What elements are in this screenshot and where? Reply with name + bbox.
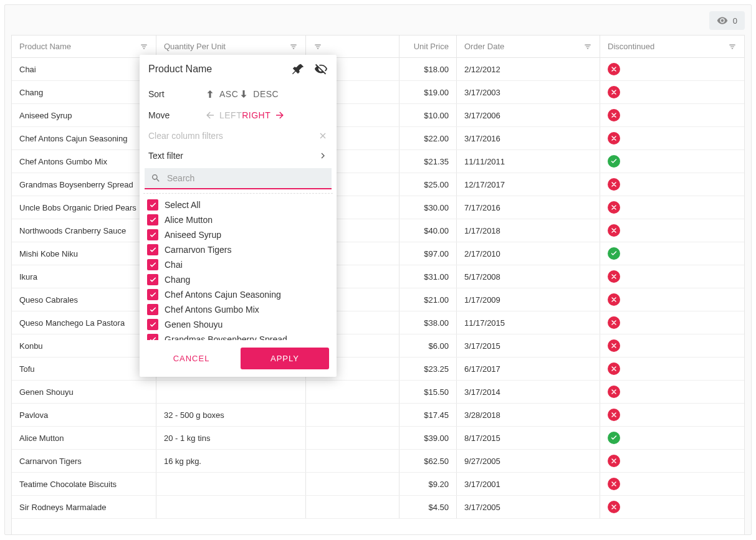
table-row[interactable]: Pavlova32 - 500 g boxes$17.453/28/2018 bbox=[12, 404, 744, 427]
check-label: Genen Shouyu bbox=[165, 320, 222, 329]
cell-date: 7/17/2016 bbox=[457, 196, 600, 219]
filter-icon[interactable] bbox=[728, 42, 737, 51]
hide-icon[interactable] bbox=[314, 62, 328, 76]
filter-check-item[interactable]: Grandmas Boysenberry Spread bbox=[143, 332, 333, 340]
table-row[interactable]: Tofu$23.256/17/2017 bbox=[12, 358, 744, 381]
popup-footer: CANCEL APPLY bbox=[140, 340, 337, 377]
table-row[interactable]: Sir Rodneys Marmalade$4.503/17/2005 bbox=[12, 496, 744, 519]
table-row[interactable]: Chef Antons Gumbo Mix$21.3511/11/2011 bbox=[12, 150, 744, 173]
apply-button[interactable]: APPLY bbox=[241, 348, 329, 369]
sort-asc-button[interactable]: ASC bbox=[204, 88, 238, 100]
hidden-cols-count: 0 bbox=[733, 16, 737, 26]
header-spacer[interactable] bbox=[306, 36, 400, 57]
cell-date: 11/17/2015 bbox=[457, 311, 600, 334]
cell-date: 3/17/2014 bbox=[457, 381, 600, 403]
x-circle-icon bbox=[608, 270, 620, 283]
table-row[interactable]: Chang$19.003/17/2003 bbox=[12, 81, 744, 104]
text-filter-row[interactable]: Text filter bbox=[140, 146, 337, 166]
table-row[interactable]: Chai$18.002/12/2012 bbox=[12, 58, 744, 81]
cell-disc bbox=[600, 404, 744, 426]
filter-check-item[interactable]: Genen Shouyu bbox=[143, 317, 333, 332]
table-row[interactable]: Queso Cabrales$21.001/17/2009 bbox=[12, 288, 744, 311]
table-row[interactable]: Konbu$6.003/17/2015 bbox=[12, 334, 744, 358]
table-row[interactable]: Mishi Kobe Niku$97.002/17/2010 bbox=[12, 242, 744, 265]
hidden-columns-button[interactable]: 0 bbox=[709, 11, 745, 30]
table-row[interactable]: Alice Mutton20 - 1 kg tins$39.008/17/201… bbox=[12, 427, 744, 450]
sort-desc-button[interactable]: DESC bbox=[238, 88, 279, 100]
cell-disc bbox=[600, 311, 744, 334]
cancel-button[interactable]: CANCEL bbox=[147, 348, 236, 369]
table-row[interactable]: Queso Manchego La Pastora$38.0011/17/201… bbox=[12, 311, 744, 334]
search-box[interactable] bbox=[145, 168, 332, 189]
check-label: Chang bbox=[165, 275, 190, 285]
cell-name: Pavlova bbox=[12, 404, 156, 426]
cell-spacer bbox=[306, 404, 400, 426]
cell-name: Aniseed Syrup bbox=[12, 104, 156, 126]
cell-disc bbox=[600, 242, 744, 265]
filter-check-item[interactable]: Aniseed Syrup bbox=[143, 227, 333, 242]
cell-disc bbox=[600, 219, 744, 242]
cell-price: $19.00 bbox=[400, 81, 457, 103]
search-input[interactable] bbox=[167, 173, 325, 183]
pin-icon[interactable] bbox=[292, 62, 305, 76]
checkbox-checked-icon bbox=[147, 319, 158, 330]
cell-date: 8/17/2015 bbox=[457, 427, 600, 449]
filter-check-item[interactable]: Alice Mutton bbox=[143, 212, 333, 227]
cell-name: Uncle Bobs Organic Dried Pears bbox=[12, 196, 156, 219]
table-row[interactable]: Ikura$31.005/17/2008 bbox=[12, 265, 744, 288]
cell-price: $62.50 bbox=[400, 450, 457, 472]
cell-name: Genen Shouyu bbox=[12, 381, 156, 403]
cell-name: Tofu bbox=[12, 358, 156, 380]
filter-icon[interactable] bbox=[583, 42, 592, 51]
cell-disc bbox=[600, 358, 744, 380]
cell-name: Carnarvon Tigers bbox=[12, 450, 156, 472]
x-circle-icon bbox=[608, 362, 620, 375]
header-price[interactable]: Unit Price bbox=[400, 36, 457, 57]
cell-disc bbox=[600, 265, 744, 288]
cell-spacer bbox=[306, 473, 400, 495]
check-label: Alice Mutton bbox=[165, 215, 213, 225]
filter-check-item[interactable]: Chef Antons Cajun Seasoning bbox=[143, 287, 333, 302]
cell-name: Grandmas Boysenberry Spread bbox=[12, 173, 156, 196]
cell-name: Queso Manchego La Pastora bbox=[12, 311, 156, 334]
cell-date: 3/17/2005 bbox=[457, 496, 600, 518]
header-qty[interactable]: Quantity Per Unit bbox=[156, 36, 306, 57]
filter-check-item[interactable]: Select All bbox=[143, 197, 333, 212]
table-row[interactable]: Aniseed Syrup$10.003/17/2006 bbox=[12, 104, 744, 127]
table-row[interactable]: Chef Antons Cajun Seasoning$22.003/17/20… bbox=[12, 127, 744, 150]
checkbox-checked-icon bbox=[147, 229, 158, 240]
cell-disc bbox=[600, 196, 744, 219]
header-product-name[interactable]: Product Name bbox=[12, 36, 156, 57]
table-row[interactable]: Carnarvon Tigers16 kg pkg.$62.509/27/200… bbox=[12, 450, 744, 473]
cell-qty bbox=[156, 473, 306, 495]
check-label: Aniseed Syrup bbox=[165, 230, 221, 240]
x-circle-icon bbox=[608, 501, 620, 513]
x-circle-icon bbox=[608, 409, 620, 421]
cell-date: 2/12/2012 bbox=[457, 58, 600, 80]
header-discontinued[interactable]: Discontinued bbox=[600, 36, 744, 57]
filter-check-item[interactable]: Chang bbox=[143, 272, 333, 287]
header-date[interactable]: Order Date bbox=[457, 36, 600, 57]
x-circle-icon bbox=[608, 109, 620, 121]
table-row[interactable]: Genen Shouyu$15.503/17/2014 bbox=[12, 381, 744, 404]
cell-disc bbox=[600, 127, 744, 149]
filter-check-item[interactable]: Carnarvon Tigers bbox=[143, 242, 333, 257]
filter-check-item[interactable]: Chai bbox=[143, 257, 333, 272]
cell-price: $4.50 bbox=[400, 496, 457, 518]
filter-check-list[interactable]: Select AllAlice MuttonAniseed SyrupCarna… bbox=[143, 193, 333, 340]
cell-name: Chef Antons Cajun Seasoning bbox=[12, 127, 156, 149]
check-label: Chai bbox=[165, 260, 183, 270]
filter-icon[interactable] bbox=[140, 42, 148, 51]
filter-icon[interactable] bbox=[289, 42, 298, 51]
text-filter-label: Text filter bbox=[148, 151, 183, 161]
x-circle-icon bbox=[608, 201, 620, 214]
filter-check-item[interactable]: Chef Antons Gumbo Mix bbox=[143, 302, 333, 317]
chevron-right-icon bbox=[318, 151, 328, 161]
table-row[interactable]: Uncle Bobs Organic Dried Pears$30.007/17… bbox=[12, 196, 744, 219]
move-right-button[interactable]: RIGHT bbox=[242, 110, 285, 121]
table-row[interactable]: Teatime Chocolate Biscuits$9.203/17/2001 bbox=[12, 473, 744, 496]
filter-icon[interactable] bbox=[313, 42, 322, 51]
table-row[interactable]: Northwoods Cranberry Sauce$40.001/17/201… bbox=[12, 219, 744, 242]
move-left-button: LEFT bbox=[204, 110, 242, 121]
table-row[interactable]: Grandmas Boysenberry Spread$25.0012/17/2… bbox=[12, 173, 744, 196]
